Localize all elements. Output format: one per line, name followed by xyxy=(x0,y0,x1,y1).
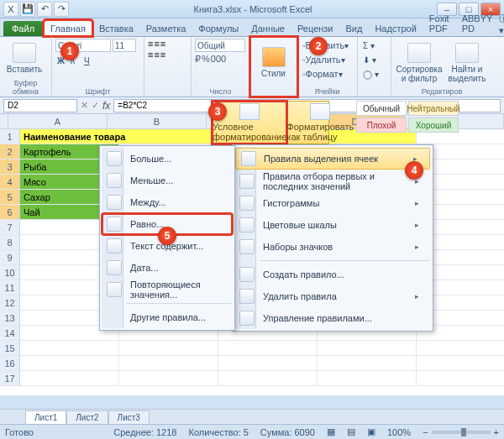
row-header[interactable]: 16 xyxy=(0,356,20,370)
tab-home[interactable]: Главная xyxy=(44,20,92,36)
currency-icon[interactable]: ₽ xyxy=(195,54,201,65)
style-normal[interactable]: Обычный xyxy=(356,101,407,116)
style-good[interactable]: Хороший xyxy=(408,118,459,133)
align-left-icon[interactable]: ≡ xyxy=(148,50,153,60)
row-header[interactable]: 10 xyxy=(0,265,20,280)
row-header[interactable]: 3 xyxy=(0,159,20,174)
sheet-tab-2[interactable]: Лист2 xyxy=(66,410,108,424)
rule-date[interactable]: Дата... xyxy=(102,257,233,279)
tab-view[interactable]: Вид xyxy=(340,21,369,36)
find-select-button[interactable]: Найти и выделить xyxy=(445,39,489,86)
sheet-tab-3[interactable]: Лист3 xyxy=(108,410,150,424)
format-as-table-button[interactable]: Форматировать как таблицу xyxy=(286,102,354,144)
number-format-combo[interactable]: Общий xyxy=(195,39,245,52)
conditional-formatting-icon xyxy=(239,103,260,120)
enter-formula-icon[interactable]: ✓ xyxy=(92,100,99,111)
find-icon xyxy=(455,43,479,63)
style-bad[interactable]: Плохой xyxy=(356,118,407,133)
clear-rules-icon xyxy=(239,289,255,304)
col-header-b[interactable]: B xyxy=(108,114,207,128)
tab-abbyy[interactable]: ABBYY PD xyxy=(456,11,499,36)
cancel-formula-icon[interactable]: ✕ xyxy=(81,100,88,111)
align-bot-icon[interactable]: ≡ xyxy=(160,39,165,49)
tab-review[interactable]: Рецензи xyxy=(291,21,339,36)
fill-button[interactable]: ⬇ ▾ xyxy=(361,53,386,66)
cf-icon-sets[interactable]: Наборы значков▸ xyxy=(234,236,431,258)
tab-foxit[interactable]: Foxit PDF xyxy=(423,11,455,36)
clear-button[interactable]: ◯ ▾ xyxy=(361,67,386,81)
rule-duplicates[interactable]: Повторяющиеся значения... xyxy=(102,279,233,301)
tab-file[interactable]: Файл xyxy=(3,21,43,36)
format-table-icon xyxy=(310,103,330,120)
align-center-icon[interactable]: ≡ xyxy=(154,50,159,60)
name-box[interactable]: D2 xyxy=(3,99,77,112)
view-pagebreak-icon[interactable]: ▣ xyxy=(367,426,375,437)
cf-highlight-rules[interactable]: Правила выделения ячеек▸ xyxy=(235,148,430,170)
cell[interactable]: Наименование товара xyxy=(20,129,218,144)
paste-button[interactable]: Вставить xyxy=(3,39,45,78)
tab-data[interactable]: Данные xyxy=(245,21,291,36)
cf-clear-rules[interactable]: Удалить правила▸ xyxy=(234,285,431,307)
tab-addins[interactable]: Надстрой xyxy=(369,21,422,36)
row-header[interactable]: 8 xyxy=(0,235,20,249)
underline-button[interactable]: Ч xyxy=(82,54,94,67)
top-bottom-icon xyxy=(239,174,255,189)
excel-app-icon[interactable]: X xyxy=(3,2,18,17)
cf-new-rule[interactable]: Создать правило... xyxy=(234,264,431,285)
align-right-icon[interactable]: ≡ xyxy=(160,50,165,60)
row-header[interactable]: 1 xyxy=(0,129,20,144)
help-icon[interactable]: ⓘ ▾ xyxy=(499,13,504,36)
font-size-combo[interactable]: 11 xyxy=(113,39,136,52)
row-header[interactable]: 11 xyxy=(0,280,20,295)
sort-filter-button[interactable]: Сортировка и фильтр xyxy=(395,39,444,86)
row-header[interactable]: 17 xyxy=(0,371,20,385)
tab-layout[interactable]: Разметка xyxy=(140,21,192,36)
styles-icon xyxy=(262,47,286,67)
row-header[interactable]: 9 xyxy=(0,250,20,264)
rule-less[interactable]: Меньше... xyxy=(102,170,233,191)
align-mid-icon[interactable]: ≡ xyxy=(154,39,159,49)
row-header[interactable]: 13 xyxy=(0,311,20,325)
row-header[interactable]: 12 xyxy=(0,295,20,310)
zoom-slider[interactable]: −+ xyxy=(423,427,499,437)
styles-button[interactable]: Стили xyxy=(254,39,293,86)
group-number-label: Число xyxy=(195,86,246,96)
view-layout-icon[interactable]: ▤ xyxy=(347,426,355,437)
conditional-formatting-menu: Правила выделения ячеек▸ Правила отбора … xyxy=(232,144,433,332)
col-header-a[interactable]: A xyxy=(8,114,108,128)
undo-icon[interactable]: ↶ xyxy=(37,2,52,17)
redo-icon[interactable]: ↷ xyxy=(54,2,69,17)
cf-top-bottom-rules[interactable]: Правила отбора первых и последних значен… xyxy=(234,170,431,192)
sheet-tab-1[interactable]: Лист1 xyxy=(25,410,66,424)
percent-icon[interactable]: % xyxy=(202,54,210,65)
row-header[interactable]: 7 xyxy=(0,220,20,234)
save-icon[interactable]: 💾 xyxy=(20,2,35,17)
autosum-button[interactable]: Σ ▾ xyxy=(361,39,386,52)
row-header[interactable]: 4 xyxy=(0,175,20,189)
row-header[interactable]: 14 xyxy=(0,326,20,340)
row-header[interactable]: 2 xyxy=(0,144,20,159)
format-cells-button[interactable]: ▫ Формат ▾ xyxy=(301,67,351,81)
view-normal-icon[interactable]: ▦ xyxy=(327,426,335,437)
row-header[interactable]: 15 xyxy=(0,341,20,355)
cf-data-bars[interactable]: Гистограммы▸ xyxy=(234,192,431,214)
group-styles-label xyxy=(254,86,293,96)
style-neutral[interactable]: Нейтральный xyxy=(408,101,459,116)
rule-greater[interactable]: Больше... xyxy=(102,148,233,170)
row-header[interactable]: 5 xyxy=(0,190,20,204)
select-all-corner[interactable] xyxy=(0,114,8,128)
delete-cells-button[interactable]: ▫ Удалить ▾ xyxy=(301,53,351,66)
align-top-icon[interactable]: ≡ xyxy=(148,39,153,49)
cf-color-scales[interactable]: Цветовые шкалы▸ xyxy=(234,214,431,236)
cf-manage-rules[interactable]: Управление правилами... xyxy=(234,307,431,329)
comma-icon[interactable]: 000 xyxy=(211,54,226,65)
icon-sets-icon xyxy=(239,239,255,254)
rule-other[interactable]: Другие правила... xyxy=(102,306,233,328)
group-editing-label: Редактиров xyxy=(395,86,489,96)
fx-icon[interactable]: fx xyxy=(102,100,110,112)
row-header[interactable]: 6 xyxy=(0,205,20,219)
tab-formulas[interactable]: Формулы xyxy=(192,21,244,36)
zoom-level[interactable]: 100% xyxy=(387,427,411,437)
rule-between[interactable]: Между... xyxy=(102,191,233,213)
tab-insert[interactable]: Вставка xyxy=(93,21,139,36)
